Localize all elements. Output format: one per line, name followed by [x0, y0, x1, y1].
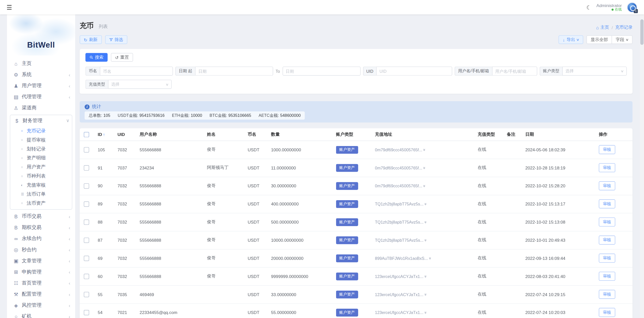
cell-recharge-type: 在线	[476, 249, 505, 267]
table-row: 897032555666888俊哥USDT400.00000000账户资产TQ1…	[80, 195, 633, 213]
sidebar-item-spot-trade[interactable]: B币币交易‹	[7, 211, 75, 222]
export-button[interactable]: ↓ 导出 ∨	[558, 35, 583, 44]
cell-remark	[505, 285, 524, 303]
recharge-type-label: 充值类型	[86, 80, 108, 89]
sidebar-item-options-trade[interactable]: B期权交易‹	[7, 222, 75, 233]
cell-coin: USDT	[246, 285, 269, 303]
sidebar-item-subscription[interactable]: ⊞申购管理‹	[7, 266, 75, 277]
sidebar-item-label: 财务管理	[23, 117, 66, 124]
date-separator: To	[275, 69, 280, 73]
sidebar-item-perpetual[interactable]: ∞永续合约‹	[7, 233, 75, 244]
row-checkbox[interactable]	[84, 310, 89, 315]
breadcrumb-current[interactable]: 充币记录	[615, 25, 633, 30]
sidebar-item-articles[interactable]: ▣文章管理‹	[7, 255, 75, 266]
sidebar-subitem-fiat-assets[interactable]: ○法币资产	[10, 199, 72, 208]
row-checkbox[interactable]	[84, 220, 89, 225]
row-checkbox[interactable]	[84, 292, 89, 297]
cell-date: 2022-09-13 16:09:44	[524, 249, 597, 267]
sidebar-subitem-deposit-records[interactable]: ○充币记录	[10, 126, 72, 135]
row-checkbox[interactable]	[84, 256, 89, 261]
audit-button[interactable]: 审核	[599, 145, 615, 154]
account-type-badge: 账户资产	[336, 182, 358, 190]
recharge-type-select[interactable]: 选择 ∨	[108, 80, 172, 89]
row-checkbox[interactable]	[84, 183, 89, 189]
sidebar-subitem-coin-list[interactable]: ○币种列表	[10, 171, 72, 181]
audit-button[interactable]: 审核	[599, 272, 615, 281]
chevron-double-down-icon[interactable]: »	[422, 185, 427, 187]
chevron-double-down-icon[interactable]: »	[422, 167, 427, 169]
cell-amount: 30.00000000	[269, 177, 334, 195]
audit-button[interactable]: 审核	[599, 254, 615, 263]
reset-button[interactable]: ↺ 重置	[111, 53, 133, 62]
sidebar-item-seconds-contract[interactable]: ◎秒合约‹	[7, 244, 75, 255]
dollar-icon: $	[13, 118, 21, 124]
sidebar-item-miner[interactable]: ○矿机‹	[7, 311, 75, 318]
cell-date: 2022-07-24 10:29:15	[524, 285, 597, 303]
row-checkbox[interactable]	[84, 201, 89, 207]
audit-button[interactable]: 审核	[599, 308, 615, 317]
row-checkbox[interactable]	[84, 274, 89, 279]
chevron-double-down-icon[interactable]: »	[428, 257, 432, 260]
audit-button[interactable]: 审核	[599, 163, 615, 172]
cell-address: 0m79df69ccc45005765f...	[375, 166, 422, 170]
coin-input[interactable]	[100, 66, 173, 76]
sidebar-item-channel[interactable]: ♙渠道商	[7, 102, 75, 114]
chevron-double-down-icon[interactable]: »	[423, 293, 428, 296]
refresh-button[interactable]: ↻ 刷新	[80, 35, 102, 44]
logo[interactable]: BitWell	[7, 14, 75, 55]
sidebar-item-risk[interactable]: ◈风控管理‹	[7, 300, 75, 311]
row-checkbox[interactable]	[84, 147, 89, 152]
chevron-double-down-icon[interactable]: »	[423, 311, 428, 314]
user-menu[interactable]: Administrator 在线	[596, 3, 622, 12]
scrollbar-track[interactable]	[640, 14, 644, 318]
scrollbar-thumb[interactable]	[640, 19, 643, 45]
account-type-select[interactable]: 选择 ∨	[562, 66, 627, 76]
sidebar-item-home[interactable]: ⌂主页	[7, 58, 75, 69]
cell-coin: USDT	[246, 140, 269, 159]
cell-name: 俊哥	[205, 140, 246, 159]
sidebar-subitem-fiat-orders[interactable]: ☰法币订单	[10, 190, 72, 199]
cell-name	[205, 303, 246, 318]
audit-button[interactable]: 审核	[599, 236, 615, 245]
date-from-input[interactable]	[195, 66, 273, 76]
audit-button[interactable]: 审核	[599, 181, 615, 190]
audit-button[interactable]: 审核	[599, 218, 615, 227]
col-id[interactable]: ID↑	[96, 128, 116, 140]
hamburger-menu-icon[interactable]: ☰	[7, 4, 12, 11]
row-checkbox[interactable]	[84, 165, 89, 170]
chevron-double-down-icon[interactable]: »	[424, 203, 428, 205]
date-to-input[interactable]	[283, 66, 360, 76]
cart-icon: ⊞	[12, 269, 20, 275]
sidebar-subitem-recharge-audit[interactable]: ◐充值审核	[10, 181, 72, 190]
breadcrumb-home[interactable]: 主页	[600, 25, 609, 30]
sidebar-item-config[interactable]: ⚒配置管理‹	[7, 289, 75, 300]
show-all-button[interactable]: 显示全部	[587, 35, 612, 44]
search-button[interactable]: 搜索	[86, 53, 108, 62]
row-checkbox[interactable]	[84, 237, 89, 243]
cell-remark	[505, 195, 524, 213]
sidebar-item-homepage[interactable]: ☷首页管理‹	[7, 277, 75, 289]
filter-button[interactable]: 筛选	[105, 35, 127, 44]
user-input[interactable]	[492, 66, 537, 76]
cell-uid: 7032	[116, 195, 138, 213]
audit-button[interactable]: 审核	[599, 199, 615, 208]
sidebar-item-agents[interactable]: ▤代理管理‹	[7, 91, 75, 102]
audit-button[interactable]: 审核	[599, 290, 615, 299]
avatar[interactable]: 1	[627, 2, 637, 12]
sidebar-subitem-withdraw-audit[interactable]: ○提币审核	[10, 135, 72, 144]
sidebar-subitem-user-assets[interactable]: ○用户资产	[10, 162, 72, 171]
dark-mode-icon[interactable]: ☾	[586, 4, 592, 11]
sidebar-item-users[interactable]: ♟用户管理‹	[7, 80, 75, 91]
chevron-double-down-icon[interactable]: »	[423, 275, 428, 277]
filter-uid: UID	[363, 66, 452, 76]
sidebar-subitem-transfer-records[interactable]: ○划转记录	[10, 144, 72, 153]
chevron-double-down-icon[interactable]: »	[424, 221, 428, 223]
chevron-double-down-icon[interactable]: »	[424, 239, 428, 241]
fields-button[interactable]: 字段 ∨	[612, 35, 632, 44]
sidebar-subitem-asset-details[interactable]: ○资产明细	[10, 153, 72, 162]
select-all-checkbox[interactable]	[84, 132, 89, 137]
sidebar-item-finance[interactable]: $财务管理∨	[10, 115, 72, 126]
chevron-double-down-icon[interactable]: »	[422, 149, 427, 151]
uid-input[interactable]	[376, 66, 452, 76]
sidebar-item-system[interactable]: ⚙系统‹	[7, 69, 75, 80]
